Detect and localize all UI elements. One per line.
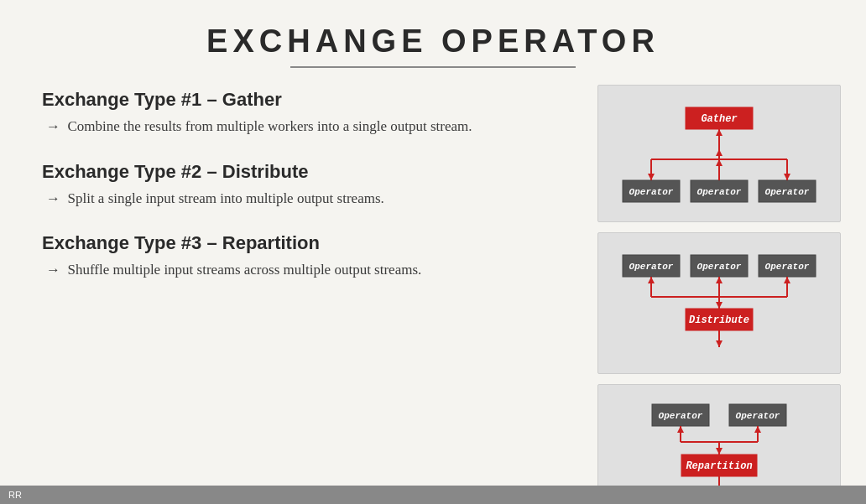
svg-marker-35 bbox=[716, 302, 723, 309]
svg-marker-49 bbox=[754, 426, 761, 433]
svg-marker-12 bbox=[648, 174, 655, 180]
svg-marker-19 bbox=[716, 149, 723, 156]
svg-text:Repartition: Repartition bbox=[686, 460, 752, 472]
svg-marker-46 bbox=[677, 426, 684, 433]
distribute-arrow: → bbox=[46, 190, 60, 206]
svg-marker-28 bbox=[648, 277, 655, 283]
header: EXCHANGE OPERATOR bbox=[0, 0, 866, 76]
footer-text: RR bbox=[8, 490, 22, 500]
gather-diagram: Gather Operator Operator Operator bbox=[597, 85, 841, 222]
svg-marker-30 bbox=[716, 277, 723, 283]
header-divider bbox=[290, 66, 576, 68]
svg-text:Operator: Operator bbox=[659, 411, 703, 421]
repartition-title: Exchange Type #3 – Repartition bbox=[42, 232, 572, 254]
svg-text:Operator: Operator bbox=[736, 411, 780, 421]
gather-svg: Gather Operator Operator Operator bbox=[606, 101, 832, 210]
svg-marker-14 bbox=[716, 159, 723, 166]
distribute-svg: Operator Operator Operator bbox=[606, 248, 832, 361]
distribute-diagram: Operator Operator Operator bbox=[597, 232, 841, 374]
svg-text:Distribute: Distribute bbox=[689, 314, 749, 326]
distribute-description: Split a single input stream into multipl… bbox=[68, 190, 384, 206]
svg-text:Gather: Gather bbox=[701, 113, 737, 125]
distribute-title: Exchange Type #2 – Distribute bbox=[42, 161, 572, 183]
right-column: Gather Operator Operator Operator bbox=[597, 85, 841, 504]
repartition-description: Shuffle multiple input streams across mu… bbox=[68, 262, 422, 278]
gather-description: Combine the results from multiple worker… bbox=[68, 118, 472, 134]
svg-marker-51 bbox=[716, 448, 723, 455]
svg-marker-39 bbox=[716, 340, 723, 347]
exchange-gather-block: Exchange Type #1 – Gather → Combine the … bbox=[42, 89, 572, 138]
svg-marker-33 bbox=[784, 277, 790, 283]
exchange-distribute-block: Exchange Type #2 – Distribute → Split a … bbox=[42, 161, 572, 210]
svg-text:Operator: Operator bbox=[697, 262, 742, 272]
gather-arrow: → bbox=[46, 118, 60, 134]
svg-marker-17 bbox=[784, 174, 790, 180]
exchange-repartition-block: Exchange Type #3 – Repartition → Shuffle… bbox=[42, 232, 572, 281]
svg-text:Operator: Operator bbox=[697, 187, 742, 197]
gather-desc: → Combine the results from multiple work… bbox=[42, 116, 572, 138]
content-area: Exchange Type #1 – Gather → Combine the … bbox=[0, 76, 866, 504]
page-title: EXCHANGE OPERATOR bbox=[0, 23, 866, 60]
svg-marker-3 bbox=[716, 129, 723, 136]
svg-text:Operator: Operator bbox=[765, 262, 810, 272]
svg-text:Operator: Operator bbox=[765, 187, 810, 197]
gather-title: Exchange Type #1 – Gather bbox=[42, 89, 572, 111]
distribute-desc: → Split a single input stream into multi… bbox=[42, 188, 572, 210]
repartition-desc: → Shuffle multiple input streams across … bbox=[42, 259, 572, 281]
footer-bar: RR bbox=[0, 486, 866, 504]
left-column: Exchange Type #1 – Gather → Combine the … bbox=[42, 85, 572, 504]
svg-text:Operator: Operator bbox=[629, 187, 674, 197]
repartition-arrow: → bbox=[46, 262, 60, 278]
svg-text:Operator: Operator bbox=[629, 262, 674, 272]
page: EXCHANGE OPERATOR Exchange Type #1 – Gat… bbox=[0, 0, 866, 504]
